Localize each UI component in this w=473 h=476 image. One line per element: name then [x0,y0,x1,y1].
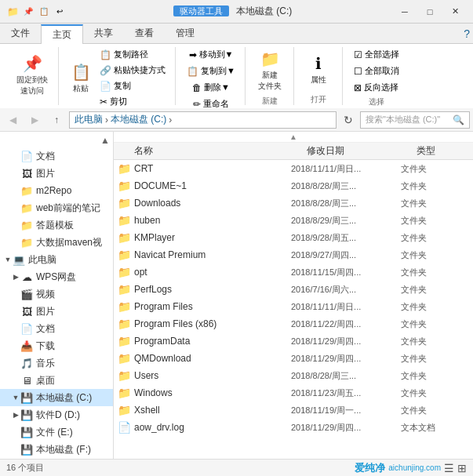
sidebar-item-pictures[interactable]: 🖼 图片 [0,165,113,182]
sidebar-item-template[interactable]: 📁 答题模板 [0,216,113,234]
softwared-icon: 💾 [20,409,33,421]
table-row[interactable]: 📁 huben 2018/8/29/周三... 文件夹 [114,212,473,229]
tab-share[interactable]: 共享 [83,24,124,43]
help-icon[interactable]: ? [464,27,470,40]
copy-path-icon: 📋 [100,49,111,60]
sidebar-item-network[interactable]: ▶ 🌐 网络 [0,458,113,459]
sidebar-item-docs[interactable]: 📄 文档 [0,147,113,165]
sidebar-item-m2repo[interactable]: 📁 m2Repo [0,182,113,199]
docs2-icon: 📄 [20,322,33,335]
file-type: 文件夹 [401,336,470,347]
search-icon: 🔍 [453,114,464,125]
select-group-content: ☑ 全部选择 ☐ 全部取消 ⊠ 反向选择 [351,47,402,95]
file-name: Program Files [134,301,291,312]
list-view-icon[interactable]: ☰ [444,462,454,474]
pin-button[interactable]: 📌 固定到快速访问 [13,52,52,99]
sidebar-item-desktop[interactable]: 🖥 桌面 [0,372,113,389]
search-box[interactable]: 搜索"本地磁盘 (C:)" 🔍 [360,111,470,129]
sidebar-item-softwared[interactable]: ▶ 💾 软件D (D:) [0,406,113,423]
back-button[interactable]: ◀ [3,111,22,129]
sidebar-item-video[interactable]: 🎬 视频 [0,285,113,303]
table-row[interactable]: 📁 Xshell 2018/11/19/周一... 文件夹 [114,402,473,419]
sidebar-item-wps[interactable]: ▶ ☁ WPS网盘 [0,268,113,285]
sidebar-item-filee[interactable]: 💾 文件 (E:) [0,423,113,441]
sidebar-item-localf[interactable]: 💾 本地磁盘 (F:) [0,441,113,458]
minimize-button[interactable]: ─ [393,4,417,20]
table-row[interactable]: 📁 Windows 2018/11/23/周五... 文件夹 [114,384,473,402]
file-name: Users [134,370,291,381]
quick-access-1[interactable]: 📌 [22,5,35,18]
folder-icon: 📁 [117,403,131,417]
table-row[interactable]: 📁 QMDownload 2018/11/29/周四... 文件夹 [114,350,473,367]
file-name: huben [134,215,291,226]
path-thispc[interactable]: 此电脑 [75,113,103,126]
sidebar-sort-icon[interactable]: ▲ [100,135,110,146]
sidebar-item-web[interactable]: 📁 web前端的笔记 [0,199,113,216]
select-all-button[interactable]: ☑ 全部选择 [351,47,402,62]
address-path[interactable]: 此电脑 › 本地磁盘 (C:) › [69,111,337,129]
table-row[interactable]: 📁 Navicat Premium 2018/9/27/周四... 文件夹 [114,246,473,263]
tab-manage[interactable]: 管理 [165,24,206,43]
ribbon-group-new: 📁 新建文件夹 新建 [247,47,294,105]
copy-button[interactable]: 📄 复制 [96,78,169,93]
quick-access-2[interactable]: 📋 [38,5,50,18]
folder-icon: 📁 [117,282,131,296]
close-button[interactable]: ✕ [443,4,467,20]
table-row[interactable]: 📁 PerfLogs 2016/7/16/周六... 文件夹 [114,281,473,298]
file-icon: 📄 [117,420,131,434]
sidebar-item-docs2[interactable]: 📄 文档 [0,320,113,337]
header-type[interactable]: 类型 [413,143,470,159]
table-row[interactable]: 📁 KMPlayer 2018/9/28/周五... 文件夹 [114,229,473,246]
table-row[interactable]: 📁 CRT 2018/11/11/周日... 文件夹 [114,160,473,177]
path-localc[interactable]: 本地磁盘 (C:) [111,113,166,126]
maximize-button[interactable]: □ [418,4,442,20]
sidebar-item-thispc[interactable]: ▼ 💻 此电脑 [0,251,113,268]
new-group-label: 新建 [262,96,278,107]
delete-button[interactable]: 🗑 删除▼ [189,80,233,95]
new-folder-button[interactable]: 📁 新建文件夹 [254,47,286,94]
watermark-url: aichunjing.com [388,463,441,472]
file-date: 2018/8/28/周三... [291,198,401,209]
sidebar-item-localc[interactable]: ▼ 💾 本地磁盘 (C:) [0,389,113,406]
folder-icon: 📁 [117,213,131,227]
cut-button[interactable]: ✂ 剪切 [96,94,169,109]
sidebar-item-bigdata[interactable]: 📁 大数据maven视 [0,234,113,251]
copy-path-button[interactable]: 📋 复制路径 [96,47,169,62]
paste-button[interactable]: 📋 粘贴 [67,60,95,96]
header-name[interactable]: 名称 [131,143,304,159]
select-none-button[interactable]: ☐ 全部取消 [351,64,402,78]
grid-view-icon[interactable]: ⊞ [457,462,467,474]
copy-to-button[interactable]: 📋 复制到▼ [184,64,238,78]
up-button[interactable]: ↑ [47,111,66,129]
table-row[interactable]: 📁 Users 2018/8/28/周三... 文件夹 [114,367,473,384]
file-name: PerfLogs [134,284,291,295]
move-icon: ➡ [189,49,197,60]
sidebar-item-music[interactable]: 🎵 音乐 [0,354,113,372]
paste-shortcut-button[interactable]: 🔗 粘贴快捷方式 [96,63,169,78]
table-row[interactable]: 📄 aow_drv.log 2018/11/29/周四... 文本文档 [114,419,473,436]
table-row[interactable]: 📁 Downloads 2018/8/28/周三... 文件夹 [114,194,473,212]
quick-access-3[interactable]: ↩ [53,5,66,18]
file-date: 2018/11/11/周日... [291,163,401,175]
sort-up-icon[interactable]: ▲ [289,133,297,141]
rename-button[interactable]: ✏ 重命名 [190,96,232,111]
table-row[interactable]: 📁 Program Files (x86) 2018/11/22/周四... 文… [114,315,473,332]
tab-view[interactable]: 查看 [124,24,165,43]
properties-button[interactable]: ℹ 属性 [303,52,334,88]
new-group-content: 📁 新建文件夹 [254,47,286,94]
move-to-button[interactable]: ➡ 移动到▼ [186,47,237,62]
file-type: 文件夹 [401,370,470,382]
sidebar-item-downloads[interactable]: 📥 下载 [0,337,113,354]
table-row[interactable]: 📁 opt 2018/11/15/周四... 文件夹 [114,263,473,281]
sidebar-item-pictures2[interactable]: 🖼 图片 [0,303,113,320]
refresh-button[interactable]: ↻ [340,111,357,129]
forward-button[interactable]: ▶ [25,111,44,129]
table-row[interactable]: 📁 Program Files 2018/11/11/周日... 文件夹 [114,298,473,315]
invert-select-button[interactable]: ⊠ 反向选择 [351,80,402,95]
tab-home[interactable]: 主页 [41,24,83,44]
table-row[interactable]: 📁 DOCUME~1 2018/8/28/周三... 文件夹 [114,177,473,194]
header-date[interactable]: 修改日期 [304,143,413,159]
table-row[interactable]: 📁 ProgramData 2018/11/29/周四... 文件夹 [114,332,473,350]
tab-file[interactable]: 文件 [0,24,41,43]
file-date: 2016/7/16/周六... [291,284,401,296]
